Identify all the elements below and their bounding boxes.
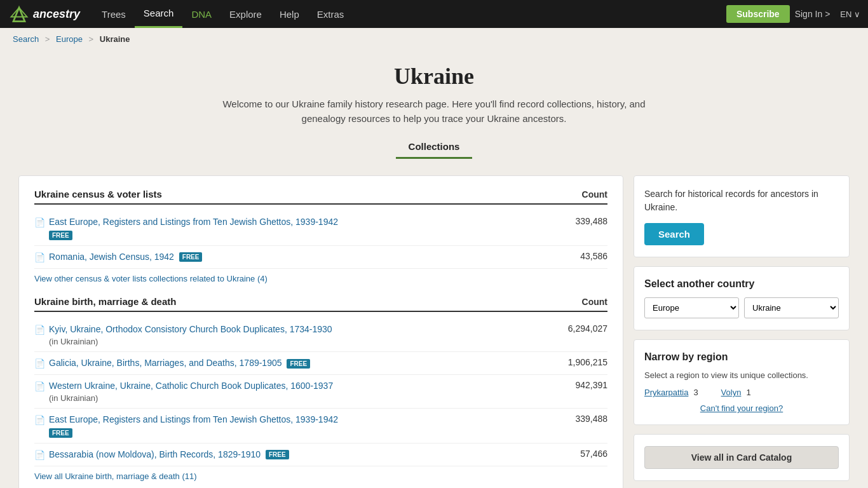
nav-dna[interactable]: DNA <box>182 0 220 28</box>
breadcrumb-europe[interactable]: Europe <box>56 34 83 44</box>
doc-icon: 📄 <box>34 415 45 425</box>
logo-text: ancestry <box>33 8 80 21</box>
breadcrumb-search[interactable]: Search <box>13 34 39 44</box>
table-row: 📄 Romania, Jewish Census, 1942 FREE 43,5… <box>34 246 607 269</box>
doc-icon: 📄 <box>34 325 45 335</box>
census-section: Ukraine census & voter lists Count 📄 Eas… <box>34 189 607 283</box>
language-button[interactable]: EN ∨ <box>840 10 860 19</box>
record-link[interactable]: East Europe, Registers and Listings from… <box>49 414 338 424</box>
table-row: 📄 Galicia, Ukraine, Births, Marriages, a… <box>34 352 607 376</box>
hero-section: Ukraine Welcome to our Ukraine family hi… <box>0 50 868 165</box>
region-volyn[interactable]: Volyn <box>721 388 742 397</box>
table-row: 📄 East Europe, Registers and Listings fr… <box>34 409 607 444</box>
record-count: 43,586 <box>580 251 607 261</box>
doc-icon: 📄 <box>34 450 45 460</box>
left-panel: Ukraine census & voter lists Count 📄 Eas… <box>18 175 623 488</box>
record-count: 942,391 <box>575 380 607 390</box>
view-all-birth-link[interactable]: View all Ukraine birth, marriage & death… <box>34 471 607 481</box>
record-link[interactable]: Romania, Jewish Census, 1942 <box>49 252 174 262</box>
birth-title: Ukraine birth, marriage & death <box>34 296 176 307</box>
subscribe-button[interactable]: Subscribe <box>726 5 790 23</box>
birth-section: Ukraine birth, marriage & death Count 📄 … <box>34 296 607 481</box>
nav-extras[interactable]: Extras <box>308 0 353 28</box>
birth-header: Ukraine birth, marriage & death Count <box>34 296 607 312</box>
record-count: 57,466 <box>580 449 607 459</box>
signin-link[interactable]: Sign In > <box>795 9 831 19</box>
doc-icon: 📄 <box>34 217 45 227</box>
search-widget: Search for historical records for ancest… <box>634 175 850 257</box>
nav-help[interactable]: Help <box>271 0 308 28</box>
free-badge: FREE <box>287 359 310 369</box>
nav-search[interactable]: Search <box>135 0 183 28</box>
breadcrumb-sep1: > <box>45 34 50 44</box>
region-subtitle: Select a region to view its unique colle… <box>644 370 839 380</box>
doc-icon: 📄 <box>34 358 45 369</box>
top-nav: ancestry Trees Search DNA Explore Help E… <box>0 0 868 28</box>
census-count-label: Count <box>582 189 607 200</box>
svg-marker-0 <box>13 8 25 22</box>
record-sublabel: (in Ukrainian) <box>49 337 98 346</box>
record-link[interactable]: East Europe, Registers and Listings from… <box>49 217 338 227</box>
region-widget-title: Narrow by region <box>644 351 839 363</box>
table-row: 📄 Bessarabia (now Moldova), Birth Record… <box>34 444 607 467</box>
table-row: 📄 Western Ukraine, Ukraine, Catholic Chu… <box>34 375 607 409</box>
record-link[interactable]: Bessarabia (now Moldova), Birth Records,… <box>49 449 261 459</box>
search-button[interactable]: Search <box>644 223 704 245</box>
nav-explore[interactable]: Explore <box>220 0 271 28</box>
record-link[interactable]: Galicia, Ukraine, Births, Marriages, and… <box>49 358 282 368</box>
record-count: 339,488 <box>575 414 607 424</box>
right-panel: Search for historical records for ancest… <box>634 175 850 488</box>
breadcrumb-sep2: > <box>89 34 94 44</box>
nav-right: Subscribe Sign In > EN ∨ <box>726 5 860 23</box>
region-prykarpattia-count: 3 <box>693 388 698 397</box>
census-header: Ukraine census & voter lists Count <box>34 189 607 205</box>
continent-select[interactable]: Europe <box>644 297 739 318</box>
table-row: 📄 East Europe, Registers and Listings fr… <box>34 211 607 246</box>
hero-description: Welcome to our Ukraine family history re… <box>212 97 656 126</box>
census-title: Ukraine census & voter lists <box>34 189 162 200</box>
region-volyn-count: 1 <box>746 388 750 397</box>
nav-trees[interactable]: Trees <box>93 0 135 28</box>
birth-count-label: Count <box>582 297 607 307</box>
main-content: Ukraine census & voter lists Count 📄 Eas… <box>8 165 860 488</box>
card-catalog-button[interactable]: View all in Card Catalog <box>644 446 839 469</box>
record-sublabel: (in Ukrainian) <box>49 393 98 403</box>
country-selects: Europe Ukraine <box>644 297 839 318</box>
country-widget-title: Select another country <box>644 278 839 290</box>
view-other-census-link[interactable]: View other census & voter lists collecti… <box>34 274 607 283</box>
free-badge: FREE <box>49 231 72 240</box>
card-catalog-widget: View all in Card Catalog <box>634 434 850 481</box>
doc-icon: 📄 <box>34 381 45 391</box>
region-widget: Narrow by region Select a region to view… <box>634 339 850 425</box>
country-widget: Select another country Europe Ukraine <box>634 266 850 330</box>
tab-collections[interactable]: Collections <box>396 136 473 159</box>
record-link[interactable]: Western Ukraine, Ukraine, Catholic Churc… <box>49 381 333 391</box>
free-badge: FREE <box>179 252 203 262</box>
search-widget-text: Search for historical records for ancest… <box>644 187 839 214</box>
tabs-bar: Collections <box>25 136 843 159</box>
cant-find-region-link[interactable]: Can't find your region? <box>644 403 839 413</box>
free-badge: FREE <box>49 428 72 438</box>
nav-links: Trees Search DNA Explore Help Extras <box>93 0 726 28</box>
record-link[interactable]: Kyiv, Ukraine, Orthodox Consistory Churc… <box>49 324 332 334</box>
region-list: Prykarpattia 3 Volyn 1 <box>644 388 839 397</box>
region-prykarpattia[interactable]: Prykarpattia <box>644 388 688 397</box>
country-select[interactable]: Ukraine <box>744 297 839 318</box>
breadcrumb-current: Ukraine <box>100 34 130 44</box>
free-badge: FREE <box>266 450 289 459</box>
doc-icon: 📄 <box>34 252 45 262</box>
record-count: 6,294,027 <box>568 323 607 334</box>
record-count: 1,906,215 <box>568 357 607 367</box>
table-row: 📄 Kyiv, Ukraine, Orthodox Consistory Chu… <box>34 318 607 352</box>
breadcrumb: Search > Europe > Ukraine <box>0 28 868 50</box>
record-count: 339,488 <box>575 216 607 226</box>
site-logo[interactable]: ancestry <box>8 5 80 23</box>
page-title: Ukraine <box>25 63 843 90</box>
